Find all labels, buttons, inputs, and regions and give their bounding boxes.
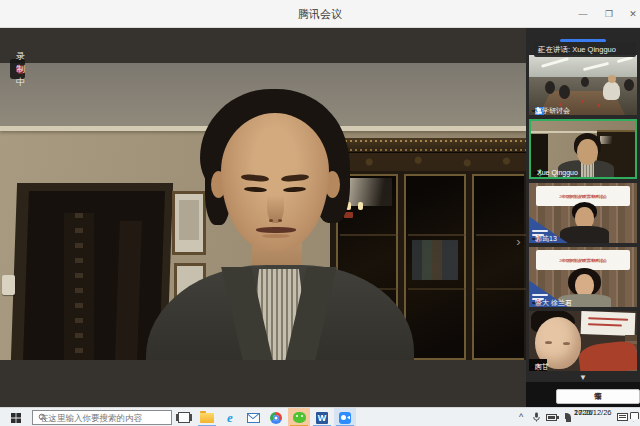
speaker-face: [577, 139, 598, 165]
cabinet-carving: [330, 153, 526, 171]
participant-tile-conference-room[interactable]: 文学研讨会: [529, 55, 637, 115]
tray-date: 2020/12/26: [574, 409, 612, 418]
picture-frame: [172, 191, 206, 255]
ime-toolbar[interactable]: S 中 ✎ ♪ 简 ☰ ⋮: [556, 389, 640, 404]
eyebrow: [241, 174, 269, 182]
taskbar-app-tencent-meeting[interactable]: [334, 408, 356, 426]
internet-explorer-icon: e: [227, 411, 233, 424]
touch-keyboard-icon[interactable]: [617, 413, 628, 421]
participant-tile-xue-qingguo[interactable]: Xue Qingguo: [529, 119, 637, 179]
attendee: [581, 77, 589, 87]
mail-icon: [247, 413, 260, 423]
shelf-books: [412, 240, 458, 280]
participant-name: 阿甘: [535, 363, 549, 371]
recording-badge[interactable]: 录制中: [10, 59, 25, 79]
taskbar-app-wechat[interactable]: [288, 408, 310, 426]
cup: [581, 100, 584, 103]
windows-logo-icon: [11, 413, 21, 423]
calligraphy-scroll: [64, 213, 94, 360]
chevron-collapse-icon[interactable]: »: [536, 47, 544, 51]
attendee: [559, 85, 570, 99]
cabinet-glass-door: [472, 174, 524, 360]
task-view-icon[interactable]: [178, 412, 190, 423]
start-button[interactable]: [6, 412, 26, 424]
participant-name: Xue Qingguo: [537, 169, 578, 177]
candle-light: [358, 202, 363, 210]
network-icon[interactable]: [561, 413, 571, 422]
ime-more-icon[interactable]: ⋮: [594, 393, 602, 401]
banner-line2: 2020年年会暨学术研讨会: [559, 257, 607, 262]
battery-icon[interactable]: [546, 414, 557, 421]
wechat-icon: [293, 412, 306, 423]
participant-name: 暨大 徐兰君: [535, 299, 572, 307]
banner-line2: 2020年年会暨学术研讨会: [559, 193, 607, 198]
participant-tile-guo-jun[interactable]: 中国阿拉伯文学研究会 2020年年会暨学术研讨会 郭筠13: [529, 183, 637, 243]
maximize-button[interactable]: ❐: [598, 6, 620, 22]
taskbar-app-chrome[interactable]: [265, 408, 287, 426]
participants-sidebar: 正在讲话: Xue Qingguo »: [526, 28, 640, 407]
main-video-feed: [0, 63, 526, 360]
participant-name-badge: 文学研讨会: [532, 110, 539, 112]
taskbar-app-file-explorer[interactable]: [196, 408, 218, 426]
recording-label: 录制中: [16, 50, 25, 89]
cabinet-glass-door: [404, 174, 466, 360]
taskbar-search[interactable]: [32, 410, 172, 425]
participant-name: 郭筠13: [535, 235, 557, 243]
desktop: 腾讯会议 — ❐ ✕: [0, 0, 640, 426]
minimize-button[interactable]: —: [572, 6, 594, 22]
participant-body: [560, 226, 609, 243]
windows-taskbar: e W ^ 17:26: [0, 407, 640, 426]
chrome-icon: [270, 412, 282, 424]
attendee: [624, 79, 634, 91]
participant-name: 文学研讨会: [535, 107, 570, 115]
main-video-stage: 录制中 Xue Qingguo ›: [0, 28, 526, 407]
conference-banner: [581, 311, 636, 336]
taskbar-app-mail[interactable]: [242, 408, 264, 426]
close-button[interactable]: ✕: [622, 6, 640, 22]
eye: [244, 186, 267, 192]
attendee: [603, 81, 620, 100]
window-title: 腾讯会议: [0, 7, 640, 22]
cabinet-cornice: [330, 138, 526, 153]
cup: [597, 104, 600, 107]
speaking-volume-bar: [560, 39, 606, 42]
light-switch: [2, 275, 15, 295]
participant-tile-a-gan[interactable]: 阿甘: [529, 311, 637, 371]
window-titlebar: 腾讯会议 — ❐ ✕: [0, 0, 640, 28]
participant-name-badge: 暨大 徐兰君: [532, 302, 539, 304]
cup: [559, 103, 562, 106]
participant-name-badge: 阿甘: [532, 366, 539, 368]
attendee: [545, 81, 555, 94]
sidebar-collapse-handle[interactable]: ›: [512, 222, 525, 262]
now-speaking-banner: 正在讲话: Xue Qingguo »: [534, 42, 636, 57]
participant-name-badge: Xue Qingguo: [534, 172, 541, 174]
mouth: [256, 227, 296, 233]
word-icon: W: [316, 412, 328, 424]
now-speaking-label: 正在讲话: Xue Qingguo: [538, 45, 616, 55]
eye: [283, 186, 306, 192]
dark-doorway: [23, 191, 165, 360]
eyebrow: [281, 174, 309, 182]
action-center-icon[interactable]: [630, 412, 639, 422]
participant-name-badge: 郭筠13: [532, 238, 539, 240]
participant-tile-xu-lanjun[interactable]: 中国阿拉伯文学研究会 2020年年会暨学术研讨会 暨大 徐兰君: [529, 247, 637, 307]
file-explorer-icon: [200, 413, 214, 423]
search-input[interactable]: [38, 412, 156, 424]
tencent-meeting-icon: [339, 412, 351, 424]
tray-expand-chevron-icon[interactable]: ^: [519, 412, 523, 422]
taskbar-app-internet-explorer[interactable]: e: [219, 408, 241, 426]
speaker-face: [221, 113, 329, 251]
conference-banner: 中国阿拉伯文学研究会 2020年年会暨学术研讨会: [536, 250, 630, 270]
nose: [267, 183, 284, 223]
taskbar-app-word[interactable]: W: [311, 408, 333, 426]
